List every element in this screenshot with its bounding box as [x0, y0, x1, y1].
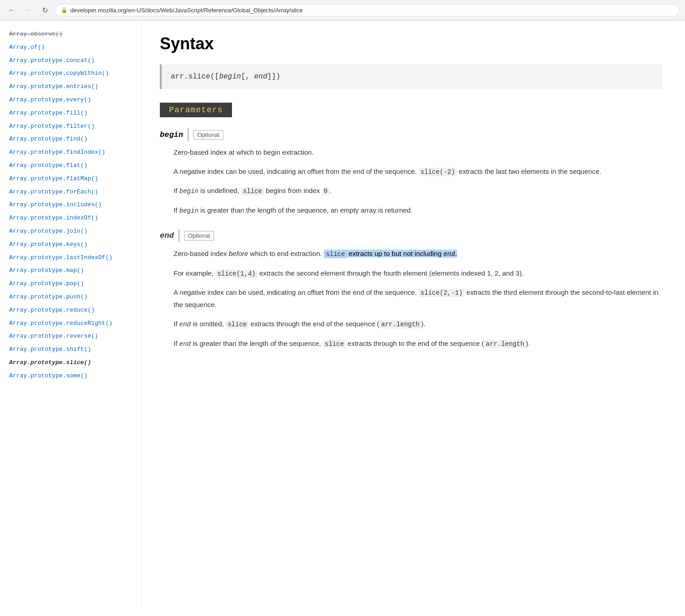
- sidebar-item-array-observe[interactable]: Array.observe(): [5, 28, 141, 41]
- lock-icon: 🔒: [61, 7, 68, 13]
- end-desc-2: For example, slice(1,4) extracts the sec…: [174, 267, 662, 280]
- sidebar: Array.observe() Array.of() Array.prototy…: [0, 21, 142, 609]
- sidebar-item-slice[interactable]: Array.prototype.slice(): [5, 356, 141, 370]
- param-begin-row: begin Optional: [160, 128, 662, 141]
- begin-desc-1: Zero-based index at which to begin extra…: [174, 146, 662, 158]
- param-begin-optional: Optional: [193, 130, 223, 140]
- url-text: developer.mozilla.org/en-US/docs/Web/Jav…: [70, 7, 303, 14]
- sidebar-item-push[interactable]: Array.prototype.push(): [5, 291, 141, 304]
- sidebar-item-reduce[interactable]: Array.prototype.reduce(): [5, 304, 141, 317]
- param-divider: [188, 128, 189, 141]
- parameters-header: Parameters: [160, 103, 232, 117]
- reload-button[interactable]: ↻: [38, 4, 51, 16]
- begin-desc-4: If begin is greater than the length of t…: [174, 204, 662, 217]
- sidebar-item-fill[interactable]: Array.prototype.fill(): [5, 107, 141, 120]
- sidebar-item-reduceright[interactable]: Array.prototype.reduceRight(): [5, 317, 141, 330]
- browser-chrome: ← → ↻ 🔒 developer.mozilla.org/en-US/docs…: [0, 0, 685, 21]
- sidebar-item-filter[interactable]: Array.prototype.filter(): [5, 120, 141, 133]
- end-desc-5: If end is greater than the length of the…: [174, 338, 662, 350]
- sidebar-item-lastindexof[interactable]: Array.prototype.lastIndexOf(): [5, 251, 141, 265]
- sidebar-item-keys[interactable]: Array.prototype.keys(): [5, 238, 141, 251]
- sidebar-item-reverse[interactable]: Array.prototype.reverse(): [5, 330, 141, 343]
- param-end-optional: Optional: [184, 231, 214, 240]
- page-layout: Array.observe() Array.of() Array.prototy…: [0, 21, 685, 609]
- param-end-name: end: [160, 231, 174, 240]
- sidebar-item-concat[interactable]: Array.prototype.concat(): [5, 54, 141, 68]
- sidebar-item-copywithin[interactable]: Array.prototype.copyWithin(): [5, 67, 141, 80]
- sidebar-item-some[interactable]: Array.prototype.some(): [5, 370, 141, 383]
- code-syntax-block: arr.slice([begin[, end]]): [160, 64, 662, 89]
- sidebar-item-flatmap[interactable]: Array.prototype.flatMap(): [5, 172, 141, 186]
- parameters-section: Parameters begin Optional Zero-based ind…: [160, 103, 662, 350]
- sidebar-item-map[interactable]: Array.prototype.map(): [5, 264, 141, 277]
- back-button[interactable]: ←: [5, 4, 18, 16]
- begin-desc-3: If begin is undefined, slice begins from…: [174, 185, 662, 197]
- sidebar-item-shift[interactable]: Array.prototype.shift(): [5, 343, 141, 356]
- begin-desc-2: A negative index can be used, indicating…: [174, 166, 662, 178]
- browser-toolbar: ← → ↻ 🔒 developer.mozilla.org/en-US/docs…: [0, 0, 685, 20]
- sidebar-item-indexof[interactable]: Array.prototype.indexOf(): [5, 212, 141, 225]
- sidebar-item-pop[interactable]: Array.prototype.pop(): [5, 277, 141, 291]
- param-begin: begin Optional Zero-based index at which…: [160, 128, 662, 217]
- sidebar-item-entries[interactable]: Array.prototype.entries(): [5, 80, 141, 94]
- param-end-desc: Zero-based index before which to end ext…: [160, 248, 662, 350]
- sidebar-item-findindex[interactable]: Array.prototype.findIndex(): [5, 146, 141, 159]
- sidebar-item-join[interactable]: Array.prototype.join(): [5, 225, 141, 238]
- code-syntax-text: arr.slice([begin[, end]]): [171, 73, 280, 81]
- end-desc-4: If end is omitted, slice extracts throug…: [174, 318, 662, 330]
- param-begin-name: begin: [160, 131, 183, 139]
- param-end-row: end Optional: [160, 230, 662, 242]
- page-title: Syntax: [160, 34, 662, 53]
- sidebar-item-flat[interactable]: Array.prototype.flat(): [5, 159, 141, 172]
- main-content: Syntax arr.slice([begin[, end]]) Paramet…: [142, 21, 685, 609]
- param-end-divider: [179, 230, 179, 242]
- end-desc-1: Zero-based index before which to end ext…: [174, 248, 662, 260]
- sidebar-item-find[interactable]: Array.prototype.find(): [5, 133, 141, 146]
- forward-button[interactable]: →: [22, 4, 35, 16]
- param-end: end Optional Zero-based index before whi…: [160, 230, 662, 350]
- sidebar-item-includes[interactable]: Array.prototype.includes(): [5, 198, 141, 212]
- sidebar-item-every[interactable]: Array.prototype.every(): [5, 94, 141, 107]
- sidebar-item-array-of[interactable]: Array.of(): [5, 41, 141, 54]
- sidebar-item-foreach[interactable]: Array.prototype.forEach(): [5, 186, 141, 199]
- address-bar[interactable]: 🔒 developer.mozilla.org/en-US/docs/Web/J…: [55, 4, 680, 16]
- param-begin-desc: Zero-based index at which to begin extra…: [160, 146, 662, 217]
- end-desc-3: A negative index can be used, indicating…: [174, 287, 662, 310]
